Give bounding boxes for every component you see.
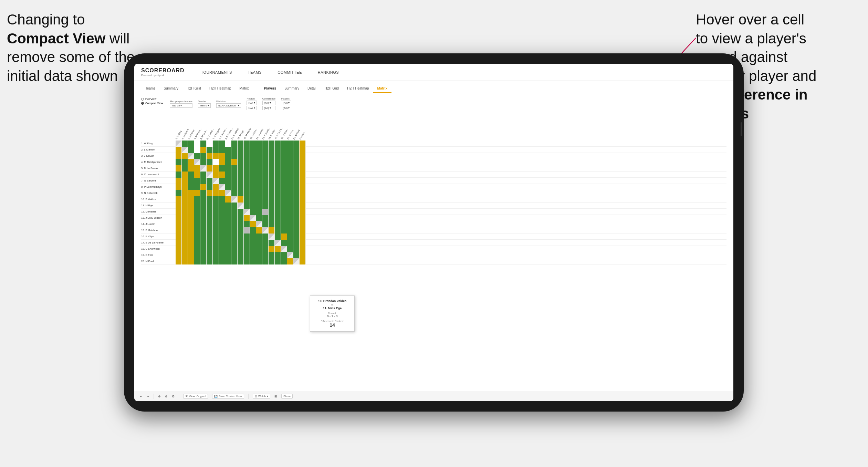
grid-cell[interactable] [244, 184, 250, 190]
grid-cell[interactable] [182, 141, 188, 147]
grid-cell[interactable] [300, 153, 306, 159]
grid-cell[interactable] [207, 240, 213, 246]
grid-cell[interactable] [275, 147, 281, 153]
grid-cell[interactable] [200, 190, 207, 196]
grid-cell[interactable] [194, 172, 200, 178]
grid-cell[interactable] [207, 209, 213, 215]
grid-cell[interactable] [275, 141, 281, 147]
grid-cell[interactable] [244, 159, 250, 165]
grid-cell[interactable] [250, 159, 256, 165]
grid-cell[interactable] [182, 159, 188, 165]
grid-cell[interactable] [225, 203, 231, 209]
save-custom-view-button[interactable]: 💾 Save Custom View [212, 394, 244, 399]
grid-cell[interactable] [262, 227, 269, 234]
grid-cell[interactable] [213, 190, 219, 196]
grid-cell[interactable] [293, 153, 300, 159]
grid-cell[interactable] [244, 165, 250, 172]
grid-cell[interactable] [250, 184, 256, 190]
grid-cell[interactable] [182, 196, 188, 203]
grid-cell[interactable] [244, 153, 250, 159]
filter-max-players-select[interactable]: Top 25 ▾ [170, 103, 192, 108]
grid-cell[interactable] [262, 240, 269, 246]
grid-cell[interactable] [250, 196, 256, 203]
grid-cell[interactable] [287, 178, 293, 184]
zoom-out-icon[interactable]: ⊖ [165, 395, 168, 398]
grid-cell[interactable] [213, 196, 219, 203]
grid-cell[interactable] [200, 240, 207, 246]
grid-cell[interactable] [231, 246, 238, 252]
grid-cell[interactable] [194, 184, 200, 190]
grid-cell[interactable] [207, 221, 213, 227]
grid-cell[interactable] [250, 227, 256, 234]
grid-cell[interactable] [250, 215, 256, 221]
grid-cell[interactable] [250, 252, 256, 258]
sub-tab-teams[interactable]: Teams [141, 84, 159, 93]
grid-cell[interactable] [238, 196, 244, 203]
grid-cell[interactable] [275, 196, 281, 203]
grid-cell[interactable] [275, 258, 281, 264]
grid-cell[interactable] [231, 172, 238, 178]
grid-cell[interactable] [176, 258, 182, 264]
grid-cell[interactable] [244, 234, 250, 240]
grid-cell[interactable] [182, 227, 188, 234]
grid-cell[interactable] [194, 141, 200, 147]
grid-cell[interactable] [250, 209, 256, 215]
full-view-option[interactable]: Full View [141, 97, 163, 101]
grid-cell[interactable] [182, 190, 188, 196]
grid-cell[interactable] [275, 190, 281, 196]
grid-cell[interactable] [293, 227, 300, 234]
grid-cell[interactable] [213, 227, 219, 234]
grid-cell[interactable] [213, 240, 219, 246]
grid-cell[interactable] [213, 172, 219, 178]
grid-cell[interactable] [182, 165, 188, 172]
grid-cell[interactable] [194, 165, 200, 172]
grid-cell[interactable] [293, 147, 300, 153]
grid-cell[interactable] [262, 215, 269, 221]
grid-cell[interactable] [281, 234, 287, 240]
grid-cell[interactable] [275, 172, 281, 178]
grid-cell[interactable] [256, 159, 262, 165]
full-view-radio[interactable] [141, 98, 144, 101]
grid-cell[interactable] [231, 184, 238, 190]
redo-icon[interactable]: ↪ [147, 395, 149, 398]
grid-cell[interactable] [231, 234, 238, 240]
grid-cell[interactable] [238, 172, 244, 178]
grid-cell[interactable] [256, 258, 262, 264]
grid-cell[interactable] [225, 153, 231, 159]
grid-cell[interactable] [182, 234, 188, 240]
sub-tab-summary[interactable]: Summary [159, 84, 182, 93]
grid-cell[interactable] [269, 159, 275, 165]
grid-cell[interactable] [225, 252, 231, 258]
grid-cell[interactable] [219, 184, 225, 190]
grid-cell[interactable] [287, 153, 293, 159]
grid-cell[interactable] [225, 165, 231, 172]
grid-cell[interactable] [287, 184, 293, 190]
grid-cell[interactable] [287, 147, 293, 153]
sub-tab-players-h2h-grid[interactable]: H2H Grid [321, 84, 343, 93]
grid-cell[interactable] [194, 221, 200, 227]
grid-cell[interactable] [219, 172, 225, 178]
grid-cell[interactable] [207, 159, 213, 165]
grid-cell[interactable] [287, 190, 293, 196]
grid-cell[interactable] [194, 203, 200, 209]
filter-gender-select[interactable]: Men's ▾ [198, 103, 211, 108]
grid-cell[interactable] [300, 141, 306, 147]
grid-cell[interactable] [188, 172, 194, 178]
grid-cell[interactable] [300, 227, 306, 234]
grid-cell[interactable] [182, 184, 188, 190]
grid-cell[interactable] [293, 172, 300, 178]
grid-cell[interactable] [219, 203, 225, 209]
grid-cell[interactable] [188, 159, 194, 165]
grid-cell[interactable] [275, 252, 281, 258]
grid-cell[interactable] [293, 165, 300, 172]
grid-cell[interactable] [244, 178, 250, 184]
grid-cell[interactable] [200, 178, 207, 184]
grid-cell[interactable] [269, 178, 275, 184]
grid-cell[interactable] [176, 178, 182, 184]
grid-cell[interactable] [269, 215, 275, 221]
grid-cell[interactable] [182, 252, 188, 258]
grid-cell[interactable] [269, 165, 275, 172]
grid-cell[interactable] [207, 184, 213, 190]
grid-cell[interactable] [256, 203, 262, 209]
grid-cell[interactable] [300, 246, 306, 252]
